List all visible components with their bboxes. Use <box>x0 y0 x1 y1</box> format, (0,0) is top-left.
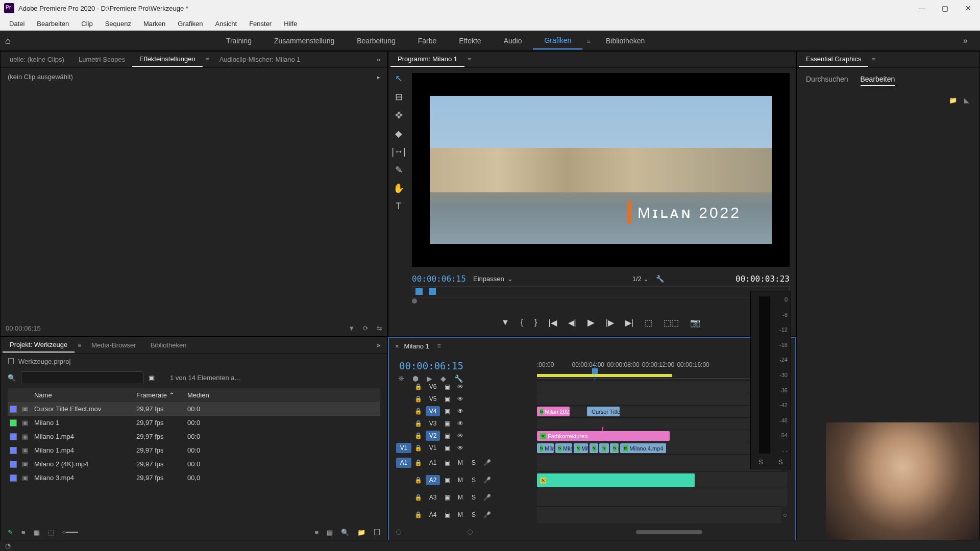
shape-icon[interactable]: ◆ <box>395 128 402 139</box>
vertical-center-icon[interactable]: ⊟ <box>395 91 403 103</box>
sequence-name[interactable]: Milano 1 <box>404 342 429 350</box>
tab-effekteinstellungen[interactable]: Effekteinstellungen <box>132 52 203 67</box>
selection-tool-icon[interactable]: ↖ <box>395 73 403 84</box>
ws-training[interactable]: Training <box>215 33 263 49</box>
close-sequence-icon[interactable]: × <box>395 342 399 350</box>
clip-v1[interactable]: fx <box>590 443 598 453</box>
ws-grafiken[interactable]: Grafiken <box>533 32 582 49</box>
clip-v1[interactable]: fxMil <box>610 443 619 453</box>
crop-icon[interactable]: |↔| <box>391 146 405 157</box>
menu-ansicht[interactable]: Ansicht <box>209 18 243 30</box>
clip-v1[interactable]: fxMila <box>555 443 572 453</box>
snap-icon[interactable]: ⇆ <box>377 324 382 332</box>
timeline-ruler[interactable]: :00:00 00:00:04:00 00:00:08:00 00:00:12:… <box>537 360 787 379</box>
tab-overflow-icon[interactable]: » <box>372 56 385 63</box>
program-ruler[interactable] <box>412 286 790 297</box>
menu-bearbeiten[interactable]: Bearbeiten <box>31 18 75 30</box>
go-to-in-button[interactable]: |◀ <box>548 318 556 328</box>
clip-milan2022[interactable]: fxMilan 2022 <box>537 407 570 416</box>
timeline-timecode[interactable]: 00:00:06:15 <box>399 360 463 371</box>
tab-project[interactable]: Projekt: Werkzeuge <box>3 338 75 353</box>
new-bin-icon[interactable]: 📁 <box>357 529 365 536</box>
extract-button[interactable]: ⬚⬚ <box>664 318 679 328</box>
type-tool-icon[interactable]: T <box>396 201 402 212</box>
tab-media-browser[interactable]: Media-Browser <box>84 338 143 352</box>
menu-datei[interactable]: Datei <box>3 18 31 30</box>
icon-view-icon[interactable]: ▦ <box>34 529 40 536</box>
eg-tab-browse[interactable]: Durchsuchen <box>806 75 848 86</box>
solo-left[interactable]: S <box>758 459 763 466</box>
fit-dropdown[interactable]: Einpassen <box>473 275 513 283</box>
expand-icon[interactable] <box>377 73 380 81</box>
clip-v1[interactable]: fxMilano 4.mp4 <box>620 443 667 453</box>
lift-button[interactable]: ⬚ <box>645 318 652 328</box>
project-row[interactable]: ▣Milano 2 (4K).mp429,97 fps00:0 <box>8 457 380 471</box>
minimize-button[interactable]: — <box>910 0 933 16</box>
search-input[interactable] <box>21 371 143 384</box>
menu-fenster[interactable]: Fenster <box>243 18 278 30</box>
clip-audio[interactable]: fx <box>537 473 695 487</box>
ws-bearbeitung[interactable]: Bearbeitung <box>346 33 407 49</box>
program-current-timecode[interactable]: 00:00:06:15 <box>412 274 466 284</box>
tab-source[interactable]: uelle: (keine Clips) <box>3 53 71 66</box>
ws-overflow-icon[interactable]: » <box>956 36 975 45</box>
filter-icon[interactable]: ▼ <box>348 324 355 332</box>
freeform-view-icon[interactable]: ⬚ <box>48 529 54 536</box>
list-view-icon[interactable]: ≡ <box>21 529 26 536</box>
col-name[interactable]: Name <box>34 391 136 399</box>
step-forward-button[interactable]: |▶ <box>606 318 614 328</box>
automate-icon[interactable]: ▤ <box>327 529 333 536</box>
tab-program[interactable]: Programm: Milano 1 <box>390 52 464 67</box>
filter-bin-icon[interactable]: ▣ <box>149 374 155 382</box>
project-row[interactable]: ▣Milano 129,97 fps00:0 <box>8 416 380 430</box>
project-row[interactable]: ▣Milano 1.mp429,97 fps00:0 <box>8 443 380 457</box>
solo-right[interactable]: S <box>778 459 782 466</box>
home-icon[interactable]: ⌂ <box>5 36 11 46</box>
zoom-slider[interactable]: ○━━━ <box>62 529 79 536</box>
play-button[interactable]: ▶ <box>587 317 595 328</box>
mark-in-button[interactable]: { <box>521 318 523 327</box>
clip-farbkorrekturen[interactable]: fxFarbkorrekturen <box>537 431 670 441</box>
ws-bibliotheken[interactable]: Bibliotheken <box>595 33 656 49</box>
step-back-button[interactable]: ◀| <box>568 318 576 328</box>
menu-hilfe[interactable]: Hilfe <box>278 18 303 30</box>
close-button[interactable]: ✕ <box>957 0 980 16</box>
project-overflow-icon[interactable]: » <box>372 341 385 349</box>
ws-audio[interactable]: Audio <box>493 33 533 49</box>
tab-lumetri[interactable]: Lumetri-Scopes <box>71 53 132 66</box>
timeline-scrollbar[interactable] <box>396 530 787 535</box>
marker[interactable] <box>602 427 603 431</box>
project-menu-icon[interactable]: ≡ <box>75 342 84 349</box>
in-marker[interactable] <box>415 288 423 295</box>
zoom-dropdown[interactable]: 1/2 <box>632 275 649 283</box>
new-item-icon[interactable]: 🞎 <box>374 529 380 536</box>
eg-folder-icon[interactable]: 📁 <box>949 96 957 104</box>
tab-audiomixer[interactable]: Audioclip-Mischer: Milano 1 <box>212 53 308 66</box>
tab-libraries[interactable]: Bibliotheken <box>143 338 194 352</box>
bin-icon[interactable]: 🞎 <box>8 358 14 365</box>
wrench-icon[interactable]: 🔧 <box>656 275 664 283</box>
add-marker-button[interactable]: ▼ <box>501 318 509 327</box>
clip-v1[interactable]: fxMila <box>537 443 554 453</box>
tab-menu-icon[interactable]: ≡ <box>203 56 212 63</box>
hand-tool-icon[interactable]: ✋ <box>393 183 404 194</box>
timeline-menu-icon[interactable]: ≡ <box>434 342 444 349</box>
menu-clip[interactable]: Clip <box>75 18 99 30</box>
find-icon[interactable]: 🔍 <box>341 529 349 536</box>
pen-tool-icon[interactable]: ✎ <box>395 164 403 176</box>
out-marker[interactable] <box>429 288 436 295</box>
sort-icon[interactable]: ≡ <box>314 529 318 536</box>
pencil-icon[interactable]: ✎ <box>8 529 13 536</box>
clip-cursor-title[interactable]: Cursor Title Effect. <box>587 407 620 416</box>
project-row[interactable]: ▣Milano 1.mp429,97 fps00:0 <box>8 430 380 443</box>
ws-menu-icon[interactable]: ≡ <box>582 37 595 45</box>
menu-sequenz[interactable]: Sequenz <box>99 18 137 30</box>
mark-out-button[interactable]: } <box>534 318 537 327</box>
ws-zusammenstellung[interactable]: Zusammenstellung <box>263 33 346 49</box>
ws-effekte[interactable]: Effekte <box>448 33 492 49</box>
go-to-out-button[interactable]: ▶| <box>625 318 633 328</box>
work-area-bar[interactable] <box>537 374 672 377</box>
eg-menu-icon[interactable]: ≡ <box>868 56 878 63</box>
bypass-icon[interactable]: ⟳ <box>363 324 369 332</box>
menu-grafiken[interactable]: Grafiken <box>172 18 209 30</box>
